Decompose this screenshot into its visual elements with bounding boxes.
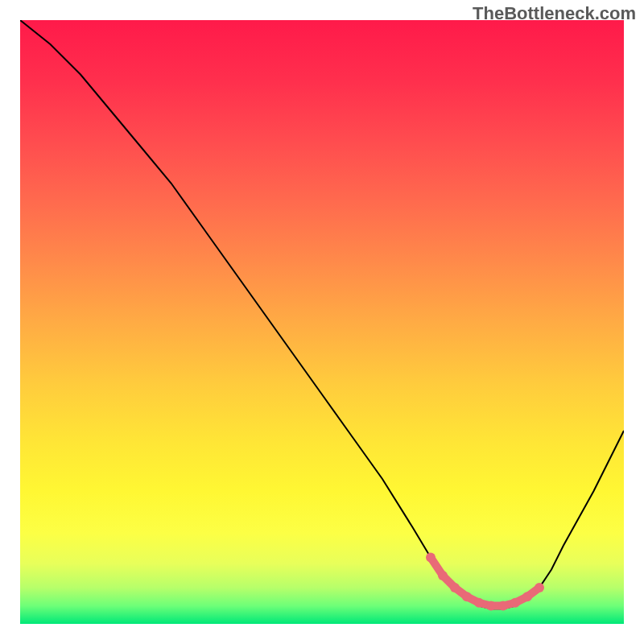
highlight-dot bbox=[522, 592, 532, 601]
highlight-dot bbox=[535, 583, 544, 592]
highlight-dot bbox=[438, 571, 448, 580]
highlight-dot bbox=[450, 583, 460, 592]
chart-lines bbox=[20, 20, 624, 624]
bottleneck-curve bbox=[20, 20, 624, 609]
watermark-text: TheBottleneck.com bbox=[473, 3, 636, 24]
highlight-dot bbox=[474, 598, 484, 608]
plot-area bbox=[20, 20, 624, 624]
highlight-dot bbox=[462, 592, 472, 601]
highlight-dot bbox=[498, 601, 508, 611]
highlight-dot bbox=[510, 598, 520, 608]
highlight-dot bbox=[426, 553, 436, 563]
chart-container: TheBottleneck.com bbox=[0, 0, 644, 644]
highlight-dots bbox=[426, 553, 544, 611]
highlight-dot bbox=[486, 601, 496, 611]
